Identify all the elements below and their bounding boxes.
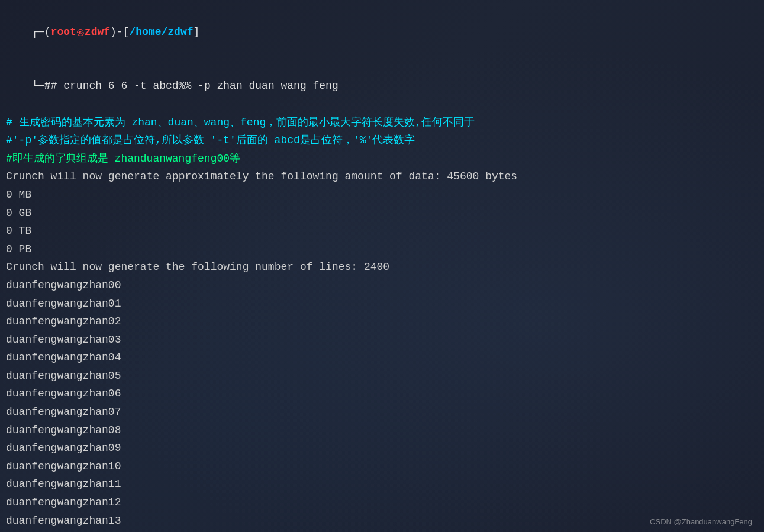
entries-list: duanfengwangzhan00duanfengwangzhan01duan…	[6, 276, 758, 532]
list-item: duanfengwangzhan04	[6, 349, 758, 367]
prompt-circle-icon: ㉿	[76, 28, 85, 37]
command-prompt-hash: #	[44, 80, 51, 92]
pb-line: 0 PB	[6, 240, 758, 259]
prompt-bracket-open: ┌─	[31, 26, 44, 38]
prompt-open-paren: (	[44, 26, 51, 38]
list-item: duanfengwangzhan13	[6, 512, 758, 530]
watermark: CSDN @ZhanduanwangFeng	[650, 517, 752, 526]
tb-line: 0 TB	[6, 222, 758, 240]
list-item: duanfengwangzhan06	[6, 385, 758, 403]
list-item: duanfengwangzhan08	[6, 421, 758, 440]
comment-line-2: #'-p'参数指定的值都是占位符,所以参数 '-t'后面的 abcd是占位符，'…	[6, 131, 758, 150]
prompt-close-paren: )-[	[110, 26, 129, 38]
list-item: duanfengwangzhan02	[6, 312, 758, 331]
list-item: duanfengwangzhan01	[6, 295, 758, 313]
list-item: duanfengwangzhan09	[6, 439, 758, 457]
crunch-output-2: Crunch will now generate the following n…	[6, 258, 758, 276]
command-text: # crunch 6 6 -t abcd%% -p zhan duan wang…	[51, 80, 339, 92]
prompt-user: root	[51, 26, 76, 38]
crunch-output-1: Crunch will now generate approximately t…	[6, 167, 758, 186]
prompt-close-bracket: ]	[194, 26, 200, 38]
terminal-window: ┌─(root㉿zdwf)-[/home/zdwf] └─## crunch 6…	[0, 0, 764, 532]
list-item: duanfengwangzhan14	[6, 530, 758, 532]
prompt-line: ┌─(root㉿zdwf)-[/home/zdwf]	[6, 5, 758, 59]
prompt-path: /home/zdwf	[129, 26, 193, 38]
command-hash: └─	[31, 80, 44, 92]
command-line: └─## crunch 6 6 -t abcd%% -p zhan duan w…	[6, 59, 758, 114]
comment-line-3: #即生成的字典组成是 zhanduanwangfeng00等	[6, 150, 758, 168]
list-item: duanfengwangzhan05	[6, 367, 758, 385]
prompt-host: zdwf	[85, 26, 110, 38]
list-item: duanfengwangzhan11	[6, 475, 758, 494]
comment-line-1: # 生成密码的基本元素为 zhan、duan、wang、feng，前面的最小最大…	[6, 114, 758, 132]
mb-line: 0 MB	[6, 186, 758, 204]
gb-line: 0 GB	[6, 204, 758, 223]
list-item: duanfengwangzhan03	[6, 331, 758, 349]
list-item: duanfengwangzhan12	[6, 494, 758, 512]
list-item: duanfengwangzhan00	[6, 276, 758, 295]
list-item: duanfengwangzhan10	[6, 457, 758, 476]
list-item: duanfengwangzhan07	[6, 403, 758, 421]
